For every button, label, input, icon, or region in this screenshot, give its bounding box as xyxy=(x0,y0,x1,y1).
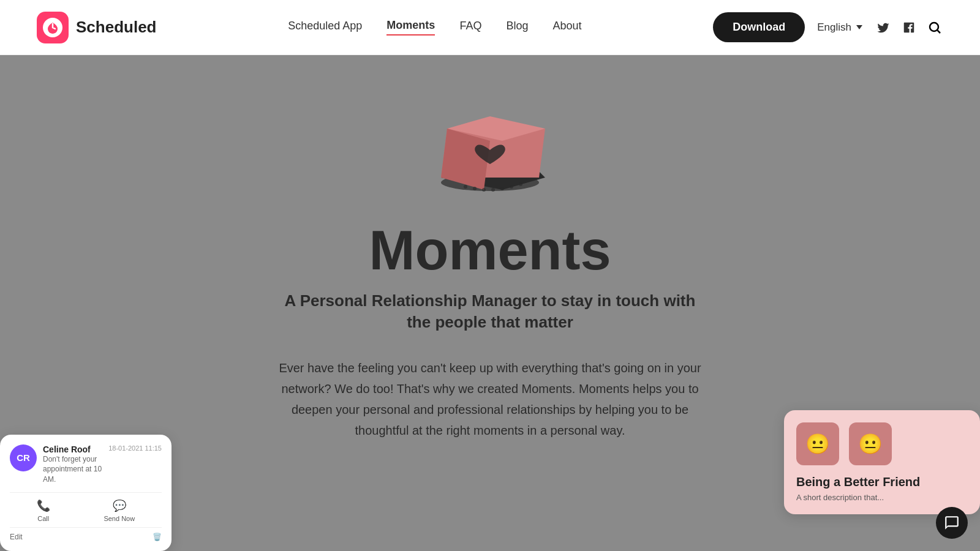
chevron-down-icon xyxy=(856,25,862,29)
card-actions: 📞 Call 💬 Send Now xyxy=(10,492,162,522)
download-button[interactable]: Download xyxy=(713,12,805,42)
nav-blog[interactable]: Blog xyxy=(506,20,528,35)
contact-name: Celine Roof xyxy=(43,444,102,454)
svg-point-7 xyxy=(482,188,486,192)
navbar-brand: Scheduled xyxy=(37,12,156,43)
card-header: CR Celine Roof Don't forget your appoint… xyxy=(10,444,162,485)
phone-icon: 📞 xyxy=(37,499,50,512)
right-card-description: A short description that... xyxy=(796,493,968,502)
svg-point-5 xyxy=(464,185,467,189)
brand-name: Scheduled xyxy=(76,18,156,37)
send-now-label: Send Now xyxy=(104,515,135,522)
send-now-button[interactable]: 💬 Send Now xyxy=(104,499,135,522)
contact-card-right: 😐 😐 Being a Better Friend A short descri… xyxy=(784,410,980,514)
navbar-links: Scheduled App Moments FAQ Blog About xyxy=(288,19,581,36)
hero-icon xyxy=(423,92,557,204)
nav-faq[interactable]: FAQ xyxy=(459,20,481,35)
navbar-actions: Download English xyxy=(713,12,943,42)
nav-about[interactable]: About xyxy=(552,20,581,35)
contact-card-left: CR Celine Roof Don't forget your appoint… xyxy=(0,435,172,551)
edit-label[interactable]: Edit xyxy=(10,533,23,541)
call-label: Call xyxy=(37,515,49,522)
heart-book-icon xyxy=(423,92,557,202)
facebook-icon[interactable] xyxy=(900,19,918,36)
right-card-icons: 😐 😐 xyxy=(796,422,968,465)
hero-title: Moments xyxy=(369,223,611,278)
svg-line-3 xyxy=(938,30,940,32)
card-info: Celine Roof Don't forget your appointmen… xyxy=(43,444,102,485)
emoji-icon-1: 😐 xyxy=(796,422,839,465)
svg-point-2 xyxy=(930,23,938,31)
avatar: CR xyxy=(10,444,37,471)
svg-point-8 xyxy=(491,188,495,192)
right-card-title: Being a Better Friend xyxy=(796,475,968,489)
hero-subtitle: A Personal Relationship Manager to stay … xyxy=(276,290,704,333)
hero-section: Moments A Personal Relationship Manager … xyxy=(0,55,980,551)
nav-scheduled-app[interactable]: Scheduled App xyxy=(288,20,362,35)
svg-point-10 xyxy=(510,185,513,189)
nav-moments[interactable]: Moments xyxy=(386,19,435,36)
svg-point-11 xyxy=(519,182,522,186)
card-edit-row: Edit 🗑️ xyxy=(10,527,162,541)
svg-point-9 xyxy=(500,187,504,190)
contact-message: Don't forget your appointment at 10 AM. xyxy=(43,454,102,485)
language-selector[interactable]: English xyxy=(817,21,862,34)
emoji-icon-2: 😐 xyxy=(849,422,892,465)
twitter-icon[interactable] xyxy=(875,19,892,36)
delete-icon[interactable]: 🗑️ xyxy=(153,533,162,541)
brand-logo xyxy=(37,12,69,43)
call-button[interactable]: 📞 Call xyxy=(37,499,50,522)
search-icon[interactable] xyxy=(926,19,943,36)
social-icons xyxy=(875,19,943,36)
card-timestamp: 18-01-2021 11:15 xyxy=(108,444,162,452)
language-label: English xyxy=(817,21,851,34)
navbar: Scheduled Scheduled App Moments FAQ Blog… xyxy=(0,0,980,55)
hero-description: Ever have the feeling you can't keep up … xyxy=(270,358,710,441)
send-icon: 💬 xyxy=(113,499,126,512)
chat-support-button[interactable] xyxy=(936,507,968,539)
svg-point-6 xyxy=(473,187,477,190)
